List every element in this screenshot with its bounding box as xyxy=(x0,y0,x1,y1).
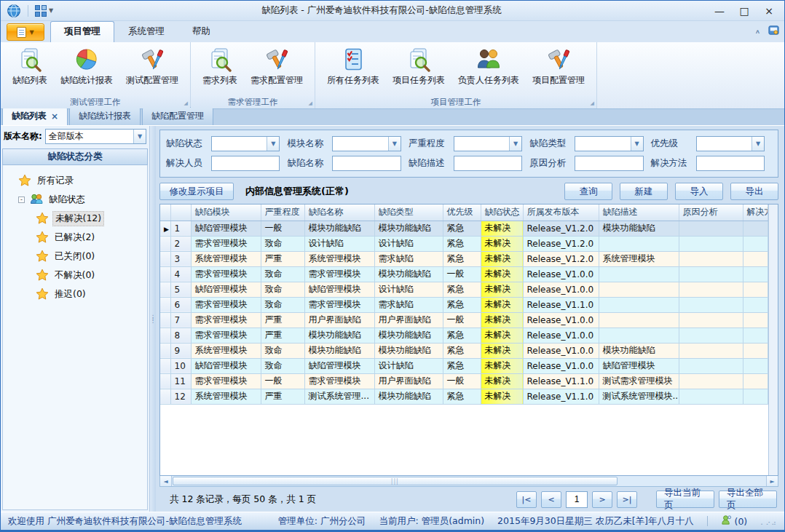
export-current-page-button[interactable]: 导出当前页 xyxy=(656,491,714,508)
grid-cell[interactable]: 系统管理模块 xyxy=(191,389,261,404)
version-select[interactable]: 全部版本 ▼ xyxy=(45,129,146,144)
filter-input[interactable] xyxy=(454,156,522,171)
row-selector-cell[interactable] xyxy=(160,343,170,358)
filter-select[interactable]: ▼ xyxy=(332,136,401,151)
grid-cell[interactable]: 系统管理模块 xyxy=(599,251,679,266)
grid-cell[interactable] xyxy=(599,297,679,312)
ribbon-tab[interactable]: 项目管理 xyxy=(50,21,114,42)
grid-cell[interactable] xyxy=(743,358,768,373)
grid-cell[interactable]: Release_V1.0.0 xyxy=(523,358,599,373)
ribbon-tab[interactable]: 系统管理 xyxy=(114,21,178,42)
row-selector-cell[interactable] xyxy=(160,373,170,389)
tree-item[interactable]: 所有记录 xyxy=(4,171,146,190)
grid-cell[interactable]: 紧急 xyxy=(443,282,481,297)
grid-cell[interactable]: 模块功能缺陷 xyxy=(599,343,679,358)
grid-cell[interactable] xyxy=(743,312,768,327)
grid-cell[interactable]: 未解决 xyxy=(481,312,523,327)
grid-cell[interactable]: 需求管理模块 xyxy=(191,373,261,389)
grid-cell[interactable]: 未解决 xyxy=(481,373,523,389)
filter-select[interactable]: ▼ xyxy=(211,136,280,151)
grid-cell[interactable] xyxy=(679,251,743,266)
help-icon[interactable] xyxy=(768,24,780,39)
row-selector-cell[interactable] xyxy=(160,266,170,282)
grid-cell[interactable]: 未解决 xyxy=(481,251,523,266)
column-header[interactable]: 优先级 xyxy=(443,205,481,221)
grid-cell[interactable]: 一般 xyxy=(261,373,304,389)
grid-cell[interactable] xyxy=(743,221,768,236)
grid-cell[interactable]: 未解决 xyxy=(481,282,523,297)
grid-cell[interactable] xyxy=(679,282,743,297)
grid-cell[interactable]: 致命 xyxy=(261,266,304,282)
grid-cell[interactable]: 紧急 xyxy=(443,221,481,236)
grid-cell[interactable]: 缺陷管理模块 xyxy=(599,358,679,373)
ribbon-tab[interactable]: 帮助 xyxy=(178,21,224,42)
tree-item[interactable]: 已解决(2) xyxy=(4,228,146,247)
row-selector-cell[interactable] xyxy=(160,251,170,266)
column-header[interactable]: 严重程度 xyxy=(261,205,304,221)
table-row[interactable]: 8需求管理模块严重模块功能缺陷模块功能缺陷紧急未解决Release_V1.0.0 xyxy=(160,327,768,343)
table-row[interactable]: 6需求管理模块致命需求管理模块需求缺陷紧急未解决Release_V1.1.0 xyxy=(160,297,768,312)
grid-cell[interactable]: 需求管理模块 xyxy=(191,236,261,251)
document-tab[interactable]: 缺陷统计报表 xyxy=(69,107,141,125)
grid-cell[interactable] xyxy=(679,236,743,251)
column-header[interactable]: 解决方法 xyxy=(743,205,768,221)
action-button[interactable]: 导入 xyxy=(675,183,723,200)
table-row[interactable]: ▶1缺陷管理模块一般模块功能缺陷模块功能缺陷紧急未解决Release_V1.2.… xyxy=(160,221,768,236)
grid-cell[interactable]: 需求管理模块 xyxy=(191,266,261,282)
ribbon-button[interactable]: 缺陷列表 xyxy=(8,45,52,89)
column-header[interactable]: 缺陷名称 xyxy=(304,205,374,221)
grid-cell[interactable]: 未解决 xyxy=(481,343,523,358)
row-selector-cell[interactable] xyxy=(160,297,170,312)
ribbon-button[interactable]: 项目配置管理 xyxy=(528,45,589,89)
tree-expand-icon[interactable]: - xyxy=(18,196,25,203)
ribbon-button[interactable]: 缺陷统计报表 xyxy=(56,45,117,89)
grid-cell[interactable]: 严重 xyxy=(261,251,304,266)
row-selector-cell[interactable] xyxy=(160,389,170,404)
grid-cell[interactable] xyxy=(599,236,679,251)
grid-cell[interactable]: Release_V1.2.0 xyxy=(523,236,599,251)
grid-cell[interactable] xyxy=(679,389,743,404)
grid-cell[interactable]: 模块功能缺陷 xyxy=(304,221,374,236)
grid-cell[interactable]: 系统管理模块 xyxy=(304,251,374,266)
ribbon-button[interactable]: 需求配置管理 xyxy=(246,45,307,89)
grid-cell[interactable]: Release_V1.0.0 xyxy=(523,282,599,297)
table-row[interactable]: 10缺陷管理模块致命缺陷管理模块设计缺陷紧急未解决Release_V1.0.0缺… xyxy=(160,358,768,373)
filter-select[interactable]: ▼ xyxy=(575,136,643,151)
action-button[interactable]: 新建 xyxy=(620,183,668,200)
grid-cell[interactable]: 模块功能缺陷 xyxy=(374,327,443,343)
grid-cell[interactable]: 致命 xyxy=(261,236,304,251)
grid-cell[interactable] xyxy=(743,282,768,297)
grid-cell[interactable] xyxy=(743,389,768,404)
grid-cell[interactable] xyxy=(599,327,679,343)
filter-input[interactable] xyxy=(332,156,401,171)
ribbon-button[interactable]: 测试配置管理 xyxy=(122,45,183,89)
grid-cell[interactable]: 缺陷管理模块 xyxy=(191,221,261,236)
grid-cell[interactable]: 模块功能缺陷 xyxy=(304,327,374,343)
close-button[interactable]: × xyxy=(757,2,781,20)
table-row[interactable]: 11需求管理模块一般需求管理模块用户界面缺陷一般未解决Release_V1.1.… xyxy=(160,373,768,389)
grid-cell[interactable]: Release_V1.2.0 xyxy=(523,251,599,266)
grid-cell[interactable]: Release_V1.0.0 xyxy=(523,343,599,358)
tree-item[interactable]: 已关闭(0) xyxy=(4,247,146,266)
grid-cell[interactable]: Release_V1.0.0 xyxy=(523,266,599,282)
document-tab[interactable]: 缺陷配置管理 xyxy=(142,107,213,125)
grid-cell[interactable]: 系统管理模块 xyxy=(191,343,261,358)
grid-cell[interactable]: 缺陷管理模块 xyxy=(304,282,374,297)
row-selector-cell[interactable] xyxy=(160,358,170,373)
column-header[interactable]: 缺陷类型 xyxy=(374,205,443,221)
grid-cell[interactable] xyxy=(679,312,743,327)
row-selector-cell[interactable] xyxy=(160,312,170,327)
row-selector-cell[interactable] xyxy=(160,327,170,343)
grid-cell[interactable]: 一般 xyxy=(443,373,481,389)
grid-cell[interactable]: 未解决 xyxy=(481,327,523,343)
chevron-down-icon[interactable]: ▼ xyxy=(133,130,146,143)
grid-cell[interactable]: 需求管理模块 xyxy=(304,297,374,312)
grid-cell[interactable] xyxy=(743,251,768,266)
grid-cell[interactable]: 测试需求管理模块 xyxy=(599,373,679,389)
modify-display-button[interactable]: 修改显示项目 xyxy=(159,183,234,200)
grid-cell[interactable]: 致命 xyxy=(261,297,304,312)
grid-cell[interactable] xyxy=(599,312,679,327)
quick-access-layout-button[interactable]: ▼ xyxy=(32,4,56,18)
scroll-right-icon[interactable]: ► xyxy=(766,476,778,486)
first-page-button[interactable]: |< xyxy=(516,491,537,508)
